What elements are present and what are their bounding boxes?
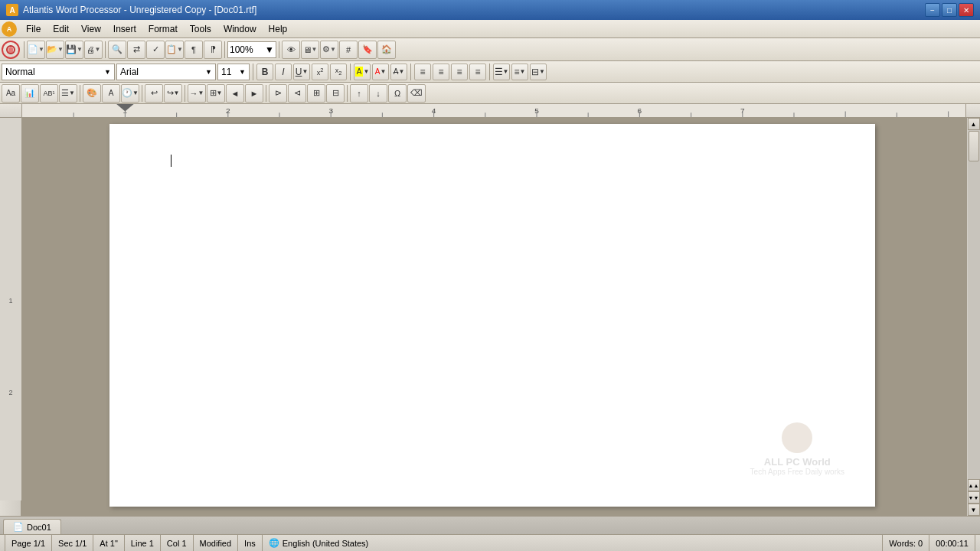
- minimize-button[interactable]: −: [925, 3, 940, 17]
- find-button[interactable]: 🔍: [108, 41, 126, 59]
- table-next-btn[interactable]: ⊲: [288, 84, 306, 103]
- numbered-list-button[interactable]: ≡▼: [511, 64, 528, 80]
- align-right-button[interactable]: ≡: [451, 64, 468, 80]
- font-color-button[interactable]: A▼: [372, 64, 389, 80]
- caps-btn[interactable]: AB¹: [40, 84, 58, 103]
- clock-arrow-icon: ▼: [132, 90, 139, 96]
- style-select[interactable]: Normal ▼: [2, 64, 115, 80]
- highlight-button[interactable]: A▼: [354, 64, 371, 80]
- redo-btn[interactable]: ↪▼: [164, 84, 182, 103]
- sort-asc-btn[interactable]: ↑: [350, 84, 368, 103]
- table-prev-btn[interactable]: ⊳: [269, 84, 287, 103]
- svg-text:2: 2: [8, 389, 12, 396]
- sep4: [279, 41, 279, 58]
- open-button[interactable]: 📂▼: [46, 41, 64, 59]
- print-button[interactable]: 🖨▼: [84, 41, 103, 59]
- word-count-button[interactable]: #: [339, 41, 358, 59]
- scroll-bottom-button[interactable]: ▼▼: [968, 491, 980, 504]
- maximize-button[interactable]: □: [942, 3, 957, 17]
- main-toolbar: 📄▼ 📂▼ 💾▼ 🖨▼ 🔍 ⇄ ✓ 📋▼ ¶ ⁋ 100% ▼ 👁 🖥▼ ⚙▼: [0, 38, 980, 61]
- doc-map-btn[interactable]: 📊: [21, 84, 39, 103]
- scroll-up-button[interactable]: ▲: [968, 118, 980, 130]
- color-fill-btn[interactable]: 🎨: [83, 84, 101, 103]
- scroll-track[interactable]: [968, 130, 980, 479]
- replace-button[interactable]: ⇄: [127, 41, 145, 59]
- outline-button[interactable]: ⊟▼: [530, 64, 547, 80]
- pilcrow-icon: ¶: [191, 45, 196, 54]
- pilcrow-button[interactable]: ¶: [185, 41, 203, 59]
- clipboard-button[interactable]: 📋▼: [165, 41, 184, 59]
- underline-button[interactable]: U▼: [293, 64, 310, 80]
- para-btn[interactable]: ☰▼: [59, 84, 77, 103]
- bullet-list-button[interactable]: ☰▼: [493, 64, 510, 80]
- scroll-down-button[interactable]: ▼: [968, 504, 980, 516]
- superscript-button[interactable]: x2: [312, 64, 328, 80]
- status-ins: Ins: [238, 535, 263, 551]
- new-button[interactable]: 📄▼: [27, 41, 45, 59]
- bookmark-button[interactable]: 🔖: [358, 41, 377, 59]
- bold-button[interactable]: B: [256, 64, 273, 80]
- status-words: Words: 0: [883, 535, 929, 551]
- tab-label: Doc01: [27, 523, 51, 532]
- find-icon: 🔍: [112, 44, 122, 54]
- clock-btn[interactable]: 🕐▼: [121, 84, 139, 103]
- insert-table-btn[interactable]: ⊞: [307, 84, 325, 103]
- document-page[interactable]: ALL PC World Tech Apps Free Daily works: [109, 124, 875, 507]
- styles-btn[interactable]: Aa: [2, 84, 20, 103]
- special-chars-btn[interactable]: Ω: [388, 84, 407, 103]
- tab-bar: 📄 Doc01: [0, 516, 980, 534]
- align-center-button[interactable]: ≡: [433, 64, 449, 80]
- logo-circle-icon[interactable]: [2, 41, 20, 59]
- subscript-button[interactable]: x2: [330, 64, 347, 80]
- frame-next-btn[interactable]: ►: [245, 84, 263, 103]
- close-button[interactable]: ✕: [959, 3, 974, 17]
- frame-prev-btn[interactable]: ◄: [226, 84, 244, 103]
- undo-btn[interactable]: ↩: [145, 84, 163, 103]
- menu-insert[interactable]: Insert: [107, 22, 142, 36]
- align-left-button[interactable]: ≡: [414, 64, 431, 80]
- layout-btn[interactable]: ⊞▼: [207, 84, 225, 103]
- frame-prev-icon: ◄: [231, 89, 240, 98]
- macro-button[interactable]: ⚙▼: [320, 41, 338, 59]
- underline-label: U: [296, 67, 302, 77]
- menu-format[interactable]: Format: [142, 22, 184, 36]
- menu-help[interactable]: Help: [263, 22, 294, 36]
- page-label: Page 1/1: [11, 539, 45, 548]
- indent-btn[interactable]: →▼: [188, 84, 206, 103]
- format-marks-button[interactable]: ⁋: [204, 41, 222, 59]
- align-justify-button[interactable]: ≡: [469, 64, 486, 80]
- view-button[interactable]: 🖥▼: [301, 41, 319, 59]
- menu-file[interactable]: File: [20, 22, 47, 36]
- delete-table-btn[interactable]: ⊟: [326, 84, 345, 103]
- outline-arrow-icon: ▼: [539, 68, 545, 75]
- text-color3-btn[interactable]: A: [102, 84, 120, 103]
- home-button[interactable]: 🏠: [377, 41, 396, 59]
- font-select[interactable]: Arial ▼: [116, 64, 216, 80]
- svg-rect-1: [22, 104, 965, 117]
- menu-window[interactable]: Window: [217, 22, 263, 36]
- scroll-top-button[interactable]: ▲▲: [968, 479, 980, 491]
- menu-view[interactable]: View: [75, 22, 107, 36]
- zoom-select[interactable]: 100% ▼: [227, 41, 276, 58]
- preview-icon: 👁: [287, 45, 296, 54]
- spellcheck-button[interactable]: ✓: [146, 41, 165, 59]
- menubar: A File Edit View Insert Format Tools Win…: [0, 20, 980, 38]
- scroll-thumb[interactable]: [969, 131, 979, 161]
- menu-tools[interactable]: Tools: [184, 22, 217, 36]
- font-size-select[interactable]: 11 ▼: [217, 64, 250, 80]
- menu-edit[interactable]: Edit: [47, 22, 75, 36]
- preview-button[interactable]: 👁: [282, 41, 300, 59]
- doc-tab[interactable]: 📄 Doc01: [3, 519, 61, 534]
- eraser-btn[interactable]: ⌫: [407, 84, 426, 103]
- save-button[interactable]: 💾▼: [65, 41, 83, 59]
- italic-button[interactable]: I: [275, 64, 292, 80]
- new-icon: 📄: [28, 44, 38, 54]
- ruler: 1 2 3 4 5 6 7: [0, 104, 980, 118]
- scroll-area[interactable]: ALL PC World Tech Apps Free Daily works: [21, 118, 966, 516]
- svg-text:1: 1: [8, 297, 12, 305]
- watermark-subtext: Tech Apps Free Daily works: [750, 468, 844, 476]
- strikethrough-button[interactable]: A▼: [390, 64, 407, 80]
- t3sep2: [142, 85, 142, 102]
- sort-desc-btn[interactable]: ↓: [369, 84, 387, 103]
- table-next-icon: ⊲: [294, 88, 301, 98]
